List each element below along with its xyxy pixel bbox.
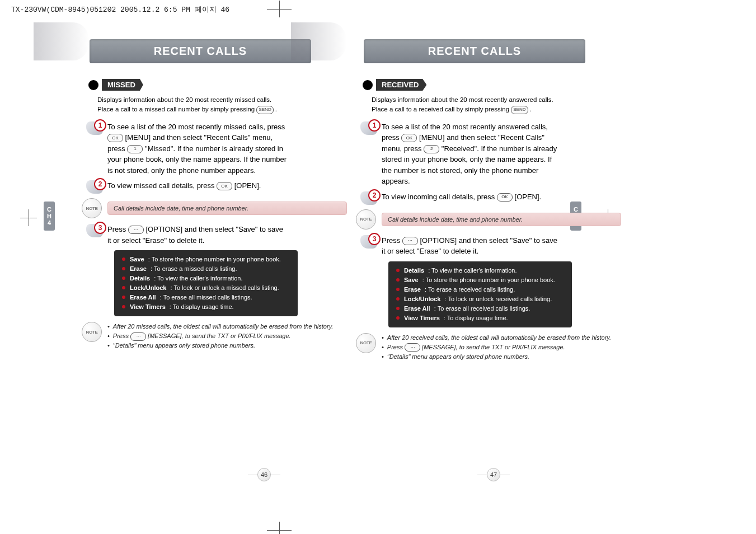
intro-text: Displays information about the 20 most r…: [97, 95, 288, 115]
bullet-icon: [122, 296, 125, 299]
note-text: After 20 received calls, the oldest call…: [382, 333, 621, 362]
options-item: Erase All : To erase all missed calls li…: [122, 293, 290, 302]
bullet-icon: [122, 267, 125, 270]
options-item: Details : To view the caller's informati…: [396, 266, 564, 275]
message-key-icon: ⋯: [405, 343, 420, 352]
options-item: Erase All : To erase all received calls …: [396, 304, 564, 313]
options-key-icon: ⋯: [128, 226, 144, 234]
note-text: Call details include date, time and phon…: [382, 213, 621, 226]
options-box: Details : To view the caller's informati…: [388, 261, 572, 327]
page-right: RECENT CALLS RECEIVED Displays informati…: [291, 22, 638, 384]
bullet-icon: [396, 307, 400, 310]
options-item: View Timers : To display usage time.: [396, 313, 564, 323]
options-item: Lock/Unlock : To lock or unlock a missed…: [122, 283, 290, 293]
page-title: RECENT CALLS: [364, 39, 585, 63]
step-1: 1 To see a list of the 20 most recently …: [360, 121, 562, 187]
options-item: View Timers : To display usage time.: [122, 302, 290, 312]
intro-text: Displays information about the 20 most r…: [372, 95, 562, 115]
options-item: Save : To store the phone number in your…: [122, 255, 290, 264]
note-icon: NOTE: [82, 322, 102, 342]
step-2: 2 To view missed call details, press OK …: [86, 180, 288, 194]
options-item: Save : To store the phone number in your…: [396, 275, 564, 285]
options-box: Save : To store the phone number in your…: [114, 250, 298, 316]
options-item: Erase : To erase a received calls listin…: [396, 285, 564, 294]
two-key-icon: 2: [424, 145, 439, 153]
note-icon: NOTE: [82, 198, 102, 218]
ok-key-icon: OK: [401, 134, 417, 142]
bullet-icon: [122, 286, 125, 289]
title-decor: [291, 22, 347, 60]
bullet-icon: [396, 288, 400, 291]
bullet-icon: [122, 277, 125, 280]
send-key-icon: SEND: [511, 106, 528, 114]
crop-header: TX-230VW(CDM-8945)051202 2005.12.2 6:5 P…: [11, 4, 229, 15]
page-title: RECENT CALLS: [90, 39, 311, 63]
section-heading-missed: MISSED: [88, 79, 143, 91]
one-key-icon: 1: [127, 145, 143, 153]
options-item: Erase : To erase a missed calls listing.: [122, 264, 290, 274]
options-key-icon: ⋯: [402, 237, 418, 245]
title-decor: [34, 22, 90, 60]
step-3: 3 Press ⋯ [OPTIONS] and then select "Sav…: [360, 235, 562, 257]
page-number-right: 47: [487, 468, 500, 481]
page-number-left: 46: [257, 468, 271, 481]
step-3: 3 Press ⋯ [OPTIONS] and then select "Sav…: [86, 224, 288, 246]
section-dot-icon: [88, 80, 98, 90]
section-heading-received: RECEIVED: [363, 79, 426, 91]
bullet-icon: [396, 316, 400, 320]
bullet-icon: [396, 297, 400, 301]
options-item: Lock/Unlock : To lock or unlock received…: [396, 294, 564, 304]
send-key-icon: SEND: [256, 106, 273, 114]
section-dot-icon: [363, 80, 373, 90]
note-icon: NOTE: [356, 333, 376, 353]
ok-key-icon: OK: [497, 193, 513, 202]
ok-key-icon: OK: [107, 134, 123, 142]
step-1: 1 To see a list of the 20 most recently …: [86, 121, 288, 176]
registration-mark-top: [271, 5, 287, 13]
bullet-icon: [122, 305, 125, 308]
registration-mark-bottom: [271, 526, 287, 534]
bullet-icon: [396, 278, 400, 282]
message-key-icon: ⋯: [130, 332, 146, 341]
bullet-icon: [122, 257, 125, 261]
note-row: NOTE Call details include date, time and…: [356, 209, 621, 229]
note-row: NOTE After 20 received calls, the oldest…: [356, 333, 621, 362]
step-2: 2 To view incoming call details, press O…: [360, 191, 562, 205]
note-icon: NOTE: [356, 209, 376, 229]
bullet-icon: [396, 269, 400, 272]
options-item: Details : To view the caller's informati…: [122, 274, 290, 283]
ok-key-icon: OK: [217, 182, 232, 190]
